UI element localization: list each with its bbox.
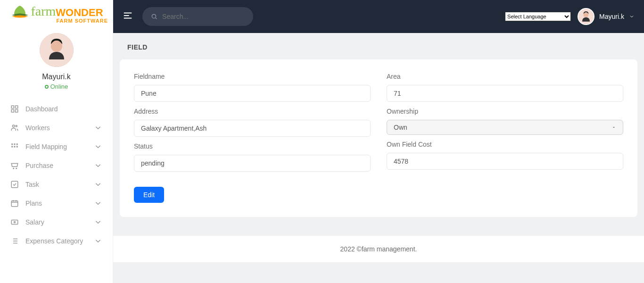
caret-down-icon bbox=[611, 125, 616, 130]
nav-field-mapping[interactable]: Field Mapping bbox=[0, 137, 113, 156]
user-menu[interactable]: Mayuri.k bbox=[578, 8, 635, 25]
chevron-down-icon bbox=[94, 124, 102, 132]
grid-icon bbox=[10, 142, 19, 151]
svg-point-14 bbox=[13, 168, 14, 169]
page-title: FIELD bbox=[113, 33, 644, 59]
list-icon bbox=[10, 237, 19, 245]
profile-section: Mayuri.k Online bbox=[0, 26, 113, 95]
status-label: Status bbox=[134, 142, 371, 150]
svg-rect-10 bbox=[17, 143, 18, 145]
logo-text-1: farm bbox=[31, 4, 56, 19]
language-select[interactable]: Select Language bbox=[505, 12, 571, 21]
svg-rect-3 bbox=[16, 106, 18, 108]
search-icon bbox=[151, 13, 157, 20]
svg-rect-12 bbox=[14, 146, 16, 148]
svg-rect-13 bbox=[17, 146, 18, 148]
address-label: Address bbox=[134, 108, 371, 115]
ownership-select[interactable]: Own bbox=[387, 120, 623, 135]
svg-point-15 bbox=[16, 168, 17, 169]
leaf-logo-icon bbox=[9, 5, 31, 19]
profile-name: Mayuri.k bbox=[0, 73, 113, 81]
address-input[interactable] bbox=[134, 120, 371, 137]
svg-point-20 bbox=[152, 14, 156, 18]
ownfieldcost-input[interactable] bbox=[387, 153, 623, 170]
svg-rect-18 bbox=[11, 220, 18, 225]
workers-icon bbox=[10, 124, 19, 132]
topbar: Select Language Mayuri.k bbox=[113, 0, 644, 33]
field-form-card: Fieldname Address Status Area Ownership … bbox=[120, 59, 637, 217]
chevron-down-icon bbox=[94, 142, 102, 151]
chevron-down-icon bbox=[629, 14, 635, 19]
ownership-label: Ownership bbox=[387, 108, 623, 115]
content: FIELD Fieldname Address Status Area Owne… bbox=[113, 33, 644, 283]
dashboard-icon bbox=[10, 105, 19, 113]
nav-label: Task bbox=[25, 181, 39, 188]
svg-rect-5 bbox=[16, 110, 18, 112]
nav-label: Plans bbox=[25, 200, 42, 207]
area-label: Area bbox=[387, 73, 623, 80]
search-input[interactable] bbox=[162, 13, 245, 20]
nav-label: Salary bbox=[25, 218, 44, 226]
chevron-down-icon bbox=[94, 161, 102, 170]
svg-point-7 bbox=[16, 125, 17, 127]
nav-salary[interactable]: Salary bbox=[0, 213, 113, 232]
logo: farmWONDER FARM SOFTWARE bbox=[0, 0, 113, 26]
svg-point-6 bbox=[13, 125, 15, 127]
status-input[interactable] bbox=[134, 155, 371, 172]
svg-rect-4 bbox=[11, 110, 14, 112]
profile-avatar bbox=[40, 33, 74, 67]
hamburger-button[interactable] bbox=[123, 10, 133, 23]
sidebar: farmWONDER FARM SOFTWARE Mayuri.k Online… bbox=[0, 0, 113, 283]
svg-rect-9 bbox=[14, 143, 16, 145]
svg-rect-2 bbox=[11, 106, 14, 108]
money-icon bbox=[10, 218, 19, 226]
user-avatar bbox=[578, 8, 594, 25]
nav-task[interactable]: Task bbox=[0, 175, 113, 194]
svg-rect-17 bbox=[11, 201, 18, 207]
nav-workers[interactable]: Workers bbox=[0, 118, 113, 137]
online-dot-icon bbox=[45, 85, 49, 89]
chevron-down-icon bbox=[94, 199, 102, 208]
svg-point-22 bbox=[584, 12, 589, 17]
ownership-value: Own bbox=[394, 124, 407, 131]
nav-expenses[interactable]: Expenses Category bbox=[0, 232, 113, 250]
profile-status-text: Online bbox=[50, 83, 68, 90]
svg-rect-8 bbox=[11, 143, 13, 145]
nav-plans[interactable]: Plans bbox=[0, 194, 113, 213]
svg-point-19 bbox=[14, 222, 16, 223]
fieldname-input[interactable] bbox=[134, 85, 371, 102]
calendar-icon bbox=[10, 199, 19, 208]
check-icon bbox=[10, 180, 19, 189]
chevron-down-icon bbox=[94, 218, 102, 226]
area-input[interactable] bbox=[387, 85, 623, 102]
user-name: Mayuri.k bbox=[599, 13, 624, 20]
nav-label: Dashboard bbox=[25, 105, 58, 113]
svg-rect-11 bbox=[11, 146, 13, 148]
hamburger-icon bbox=[123, 10, 133, 21]
nav-label: Purchase bbox=[25, 162, 53, 169]
nav-dashboard[interactable]: Dashboard bbox=[0, 100, 113, 118]
nav-purchase[interactable]: Purchase bbox=[0, 156, 113, 175]
main: Select Language Mayuri.k FIELD Fieldname… bbox=[113, 0, 644, 283]
logo-text-2: WONDER bbox=[56, 7, 103, 19]
footer: 2022 ©farm management. bbox=[113, 236, 644, 262]
chevron-down-icon bbox=[94, 237, 102, 245]
edit-button[interactable]: Edit bbox=[134, 187, 164, 203]
nav-label: Workers bbox=[25, 124, 50, 132]
ownfieldcost-label: Own Field Cost bbox=[387, 141, 623, 148]
nav-label: Field Mapping bbox=[25, 143, 67, 150]
nav-label: Expenses Category bbox=[25, 237, 83, 245]
chevron-down-icon bbox=[94, 180, 102, 189]
nav: Dashboard Workers Field Mapping Purchase… bbox=[0, 95, 113, 255]
svg-point-1 bbox=[51, 41, 62, 52]
profile-status: Online bbox=[0, 83, 113, 90]
svg-rect-16 bbox=[11, 181, 18, 188]
cart-icon bbox=[10, 161, 19, 170]
search-box[interactable] bbox=[142, 7, 253, 26]
fieldname-label: Fieldname bbox=[134, 73, 371, 80]
